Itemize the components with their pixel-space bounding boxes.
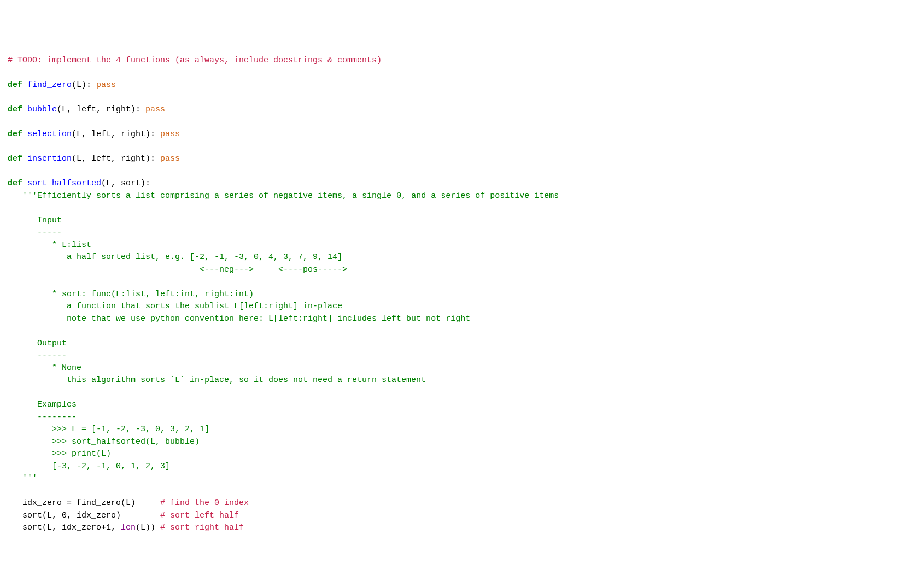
code-token: (L): <box>72 80 96 90</box>
code-token: (L, left, right): <box>57 105 145 114</box>
code-token: sort_halfsorted <box>27 179 101 188</box>
code-line: >>> sort_halfsorted(L, bubble) <box>8 436 893 449</box>
code-token: selection <box>27 130 72 139</box>
code-line: '''Efficiently sorts a list comprising a… <box>8 190 893 203</box>
code-token: [-3, -2, -1, 0, 1, 2, 3] <box>8 462 170 471</box>
code-token: pass <box>96 80 116 90</box>
code-line: ''' <box>8 473 893 485</box>
code-token: ----- <box>8 228 62 237</box>
code-line <box>8 387 893 399</box>
code-token: a half sorted list, e.g. [-2, -1, -3, 0,… <box>8 252 342 262</box>
code-line <box>8 166 893 178</box>
code-line: * L:list <box>8 239 893 252</box>
code-line: [-3, -2, -1, 0, 1, 2, 3] <box>8 461 893 473</box>
code-token: # sort right half <box>160 523 244 532</box>
code-token: >>> print(L) <box>8 449 111 458</box>
code-token: ''' <box>22 474 37 483</box>
code-token: <---neg---> <----pos-----> <box>8 265 347 274</box>
code-token: * L:list <box>8 240 91 250</box>
code-token: '''Efficiently sorts a list comprising a… <box>22 191 559 201</box>
code-token <box>22 105 27 114</box>
code-token: pass <box>160 154 180 163</box>
code-line: sort(L, idx_zero+1, len(L)) # sort right… <box>8 522 893 534</box>
code-token: (L, left, right): <box>72 130 160 139</box>
code-token: note that we use python convention here:… <box>8 314 470 324</box>
code-line: note that we use python convention here:… <box>8 313 893 326</box>
code-token: def <box>8 179 22 188</box>
code-line <box>8 276 893 289</box>
code-line: <---neg---> <----pos-----> <box>8 264 893 277</box>
code-token: a function that sorts the sublist L[left… <box>8 302 342 311</box>
code-line: ----- <box>8 227 893 239</box>
code-line: -------- <box>8 411 893 424</box>
code-line <box>8 485 893 498</box>
code-line: Examples <box>8 399 893 411</box>
code-line <box>8 325 893 338</box>
code-token: pass <box>160 130 180 139</box>
code-token: * sort: func(L:list, left:int, right:int… <box>8 290 254 299</box>
code-token: pass <box>145 105 165 114</box>
code-line: a half sorted list, e.g. [-2, -1, -3, 0,… <box>8 251 893 264</box>
code-line: def find_zero(L): pass <box>8 79 893 92</box>
code-token: (L, left, right): <box>72 154 160 163</box>
code-line: >>> L = [-1, -2, -3, 0, 3, 2, 1] <box>8 424 893 436</box>
code-line: def insertion(L, left, right): pass <box>8 153 893 166</box>
code-line: a function that sorts the sublist L[left… <box>8 301 893 313</box>
code-token: len <box>121 523 136 532</box>
code-token <box>8 474 22 483</box>
code-line: Output <box>8 338 893 350</box>
code-token: -------- <box>8 413 77 422</box>
code-line <box>8 92 893 104</box>
code-token <box>8 191 22 201</box>
code-line: >>> print(L) <box>8 448 893 461</box>
code-line: Input <box>8 215 893 227</box>
code-token: (L, sort): <box>101 179 150 188</box>
code-line: * None <box>8 362 893 375</box>
code-line: this algorithm sorts `L` in-place, so it… <box>8 374 893 387</box>
code-token: find_zero <box>27 80 72 90</box>
code-token: # find the 0 index <box>160 498 249 508</box>
code-token: * None <box>8 363 81 373</box>
code-token: def <box>8 130 22 139</box>
code-line <box>8 116 893 129</box>
code-line <box>8 141 893 154</box>
code-token: # TODO: implement the 4 functions (as al… <box>8 56 382 65</box>
code-line <box>8 202 893 215</box>
code-line: def sort_halfsorted(L, sort): <box>8 178 893 190</box>
code-token <box>22 154 27 163</box>
code-line: ------ <box>8 350 893 362</box>
code-token <box>22 179 27 188</box>
code-token: >>> sort_halfsorted(L, bubble) <box>8 437 200 446</box>
code-token: idx_zero = find_zero(L) <box>8 498 160 508</box>
code-token: >>> L = [-1, -2, -3, 0, 3, 2, 1] <box>8 425 209 434</box>
code-token: insertion <box>27 154 72 163</box>
code-token: bubble <box>27 105 57 114</box>
code-line <box>8 67 893 80</box>
code-token: Examples <box>8 400 77 409</box>
code-line: idx_zero = find_zero(L) # find the 0 ind… <box>8 497 893 510</box>
code-token: def <box>8 154 22 163</box>
code-line: # TODO: implement the 4 functions (as al… <box>8 55 893 67</box>
code-line: * sort: func(L:list, left:int, right:int… <box>8 289 893 301</box>
code-line: sort(L, 0, idx_zero) # sort left half <box>8 510 893 522</box>
code-token: sort(L, 0, idx_zero) <box>8 511 160 520</box>
code-token <box>22 80 27 90</box>
code-token <box>22 130 27 139</box>
code-token: (L)) <box>136 523 160 532</box>
code-token: def <box>8 80 22 90</box>
code-token: # sort left half <box>160 511 239 520</box>
code-token: sort(L, idx_zero+1, <box>8 523 121 532</box>
code-line: def selection(L, left, right): pass <box>8 128 893 141</box>
code-block: # TODO: implement the 4 functions (as al… <box>8 55 893 534</box>
code-token: Input <box>8 216 62 225</box>
code-token: ------ <box>8 351 67 360</box>
code-line: def bubble(L, left, right): pass <box>8 104 893 116</box>
code-token: this algorithm sorts `L` in-place, so it… <box>8 375 426 385</box>
code-token: def <box>8 105 22 114</box>
code-token: Output <box>8 339 67 348</box>
